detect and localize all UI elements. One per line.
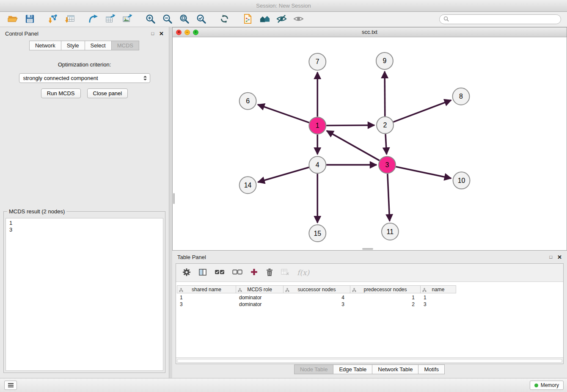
criterion-dropdown[interactable]: strongly connected component — [19, 73, 150, 83]
table-horizontal-scrollbar[interactable] — [176, 357, 563, 364]
hide-details-button[interactable] — [273, 13, 290, 26]
run-mcds-button[interactable]: Run MCDS — [41, 88, 81, 98]
graph-node[interactable]: 4 — [309, 156, 326, 173]
table-cell[interactable]: 3 — [421, 301, 456, 307]
horizontal-scrollbar[interactable] — [362, 248, 373, 250]
tab-motifs[interactable]: Motifs — [418, 364, 445, 374]
column-header-predecessor-nodes[interactable]: predecessor nodes — [350, 285, 421, 293]
graph-node[interactable]: 15 — [309, 225, 326, 242]
houses-icon — [259, 14, 270, 25]
svg-text:9: 9 — [383, 58, 386, 65]
show-details-button[interactable] — [290, 13, 307, 26]
table-cell[interactable]: 2 — [350, 301, 421, 307]
zoom-fit-button[interactable] — [176, 13, 193, 26]
column-header-mcds-role[interactable]: MCDS role — [236, 285, 284, 293]
graph-edge[interactable] — [385, 134, 387, 155]
graph-node[interactable]: 6 — [239, 93, 256, 110]
export-table-button[interactable] — [102, 13, 118, 26]
vertical-scrollbar[interactable] — [173, 193, 175, 204]
graph-node[interactable]: 7 — [309, 53, 326, 70]
network-canvas[interactable]: 7968124314101511 — [173, 37, 567, 250]
graph-node[interactable]: 9 — [376, 52, 393, 69]
memory-button[interactable]: Memory — [530, 381, 564, 390]
graph-node[interactable]: 10 — [453, 172, 470, 189]
houses-button[interactable] — [256, 13, 273, 26]
table-cell[interactable]: 3 — [177, 301, 236, 307]
tab-mcds[interactable]: MCDS — [111, 41, 139, 50]
control-panel-title: Control Panel — [5, 30, 39, 37]
export-image-button[interactable] — [118, 13, 135, 26]
zoom-fit-icon — [179, 14, 190, 25]
import-table-button[interactable] — [61, 13, 78, 26]
graph-node[interactable]: 8 — [453, 88, 470, 105]
table-cell[interactable]: dominator — [236, 295, 284, 301]
tab-edge-table[interactable]: Edge Table — [333, 364, 372, 374]
function-builder-button: f(x) — [297, 268, 309, 277]
graph-edge[interactable] — [385, 72, 385, 116]
fx-icon: f(x) — [297, 268, 309, 277]
graph-node[interactable]: 14 — [239, 177, 256, 193]
table-toolbar: f(x) — [176, 264, 563, 282]
table-cell[interactable]: 4 — [284, 295, 350, 301]
deselect-all-button[interactable] — [232, 269, 242, 276]
refresh-icon — [219, 14, 230, 25]
graph-node[interactable]: 3 — [379, 156, 396, 173]
status-bar: Memory — [0, 378, 567, 392]
table-cell[interactable]: dominator — [236, 301, 284, 307]
float-icon[interactable]: □ — [549, 254, 552, 259]
apply-layout-button[interactable] — [216, 13, 233, 26]
table-settings-button[interactable] — [182, 268, 191, 278]
float-icon[interactable]: □ — [151, 31, 154, 36]
task-history-button[interactable] — [4, 381, 17, 390]
current-style-button[interactable] — [239, 13, 256, 26]
table-cell[interactable]: 3 — [284, 301, 350, 307]
graph-node[interactable]: 1 — [309, 117, 326, 134]
tab-network[interactable]: Network — [29, 41, 61, 50]
table-cell[interactable]: 1 — [421, 295, 456, 301]
open-session-button[interactable] — [4, 13, 21, 26]
tab-select[interactable]: Select — [85, 41, 112, 50]
graph-edge[interactable] — [326, 125, 374, 126]
show-columns-button[interactable] — [198, 268, 207, 278]
tab-style[interactable]: Style — [61, 41, 85, 50]
column-header-successor-nodes[interactable]: successor nodes — [284, 285, 350, 293]
export-network-button[interactable] — [85, 13, 102, 26]
tab-network-table[interactable]: Network Table — [372, 364, 418, 374]
close-icon[interactable]: ✕ — [557, 254, 562, 260]
graph-edge[interactable] — [388, 174, 390, 221]
zoom-in-button[interactable] — [142, 13, 159, 26]
select-all-button[interactable] — [215, 269, 225, 276]
delete-row-button[interactable] — [266, 268, 273, 278]
save-session-button[interactable] — [21, 13, 38, 26]
search-input[interactable] — [451, 16, 557, 22]
graph-edge[interactable] — [258, 167, 309, 182]
table-cell[interactable]: 1 — [350, 295, 421, 301]
zoom-out-button[interactable] — [159, 13, 176, 26]
mcds-result-list[interactable]: 13 — [6, 218, 163, 371]
graph-node[interactable]: 2 — [377, 117, 394, 134]
column-header-name[interactable]: name — [421, 285, 456, 293]
close-panel-button[interactable]: Close panel — [87, 88, 128, 98]
mcds-result-line: 3 — [9, 226, 160, 233]
network-graph[interactable]: 7968124314101511 — [173, 37, 567, 250]
maximize-window-icon[interactable]: + — [193, 30, 198, 35]
search-box[interactable] — [439, 14, 561, 24]
graph-node[interactable]: 11 — [382, 223, 399, 240]
add-row-button[interactable] — [250, 268, 258, 277]
search-icon — [443, 16, 449, 23]
zoom-selected-button[interactable] — [193, 13, 209, 26]
zoom-out-icon — [162, 14, 173, 25]
close-window-icon[interactable]: ✕ — [176, 30, 182, 35]
graph-edge[interactable] — [394, 100, 451, 122]
column-header-shared-name[interactable]: shared name — [177, 285, 236, 293]
tab-node-table[interactable]: Node Table — [294, 364, 334, 374]
close-icon[interactable]: ✕ — [159, 30, 164, 37]
import-network-button[interactable] — [44, 13, 61, 26]
network-window-titlebar[interactable]: ✕ − + scc.txt — [173, 28, 567, 37]
table-row: 3dominator323 — [177, 301, 563, 308]
graph-edge[interactable] — [258, 105, 309, 123]
minimize-window-icon[interactable]: − — [184, 30, 190, 35]
graph-edge[interactable] — [327, 131, 380, 160]
graph-edge[interactable] — [396, 167, 451, 178]
table-cell[interactable]: 1 — [177, 295, 236, 301]
